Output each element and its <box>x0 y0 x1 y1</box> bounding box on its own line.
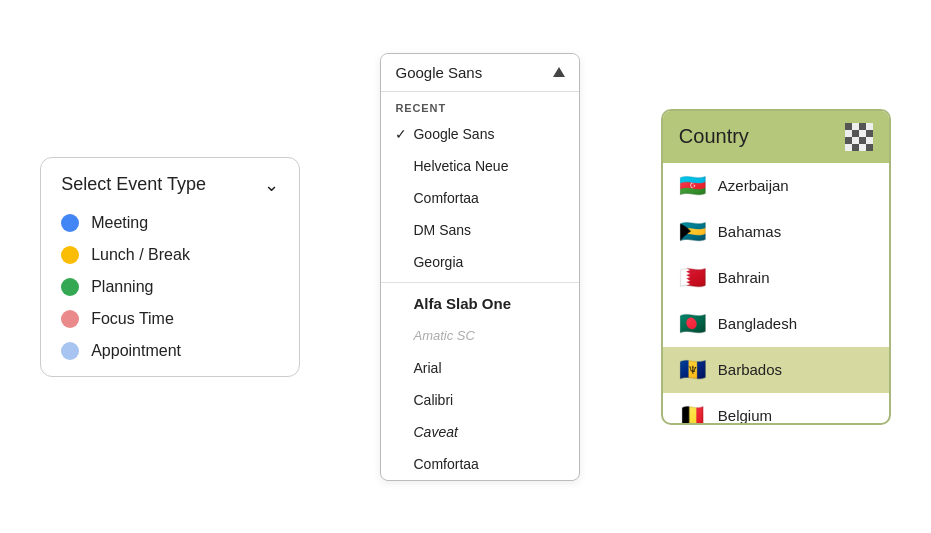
flag-icon: 🇧🇧 <box>679 357 706 383</box>
country-name: Barbados <box>718 361 782 378</box>
country-name: Bahamas <box>718 223 781 240</box>
font-item[interactable]: ✓ Calibri <box>381 384 579 416</box>
font-name: Comfortaa <box>413 456 478 472</box>
flag-icon: 🇧🇭 <box>679 265 706 291</box>
flag-icon: 🇦🇿 <box>679 173 706 199</box>
event-item[interactable]: Appointment <box>61 342 279 360</box>
event-label: Planning <box>91 278 153 296</box>
event-dot <box>61 214 79 232</box>
country-header: Country <box>663 111 889 163</box>
checkerboard-cell <box>852 144 859 151</box>
event-type-label: Select Event Type <box>61 174 206 195</box>
country-name: Belgium <box>718 407 772 423</box>
triangle-up-icon <box>553 67 565 77</box>
font-item[interactable]: ✓ Amatic SC <box>381 320 579 352</box>
checkerboard-cell <box>852 123 859 130</box>
country-title: Country <box>679 125 749 148</box>
country-name: Bangladesh <box>718 315 797 332</box>
checkerboard-cell <box>859 144 866 151</box>
country-item[interactable]: 🇧🇧 Barbados <box>663 347 889 393</box>
checkerboard-cell <box>859 137 866 144</box>
event-label: Meeting <box>91 214 148 232</box>
font-name: Google Sans <box>413 126 494 142</box>
font-item[interactable]: ✓ Comfortaa <box>381 182 579 214</box>
font-dropdown: Google Sans RECENT ✓ Google Sans ✓ Helve… <box>380 53 580 481</box>
checkerboard-cell <box>866 130 873 137</box>
country-name: Bahrain <box>718 269 770 286</box>
font-recent-label: RECENT <box>381 92 579 118</box>
country-widget: Country 🇦🇿 Azerbaijan 🇧🇸 Bahamas 🇧🇭 Bahr… <box>661 109 891 425</box>
font-item[interactable]: ✓ Arial <box>381 352 579 384</box>
font-name: Amatic SC <box>413 328 474 343</box>
checkerboard-icon <box>845 123 873 151</box>
event-item[interactable]: Planning <box>61 278 279 296</box>
font-item[interactable]: ✓ DM Sans <box>381 214 579 246</box>
font-list-divider <box>381 282 579 283</box>
checkerboard-cell <box>859 123 866 130</box>
font-name: Alfa Slab One <box>413 295 511 312</box>
font-name: Comfortaa <box>413 190 478 206</box>
checkerboard-cell <box>852 130 859 137</box>
event-dot <box>61 310 79 328</box>
font-name: Calibri <box>413 392 453 408</box>
font-name: Georgia <box>413 254 463 270</box>
checkerboard-cell <box>866 137 873 144</box>
country-name: Azerbaijan <box>718 177 789 194</box>
event-type-header[interactable]: Select Event Type ⌄ <box>61 174 279 196</box>
font-name: Arial <box>413 360 441 376</box>
event-label: Focus Time <box>91 310 174 328</box>
event-label: Lunch / Break <box>91 246 190 264</box>
font-name: DM Sans <box>413 222 471 238</box>
country-item[interactable]: 🇧🇩 Bangladesh <box>663 301 889 347</box>
checkerboard-cell <box>845 144 852 151</box>
flag-icon: 🇧🇩 <box>679 311 706 337</box>
font-name: Helvetica Neue <box>413 158 508 174</box>
event-dot <box>61 278 79 296</box>
font-dropdown-header[interactable]: Google Sans <box>381 54 579 92</box>
event-list: Meeting Lunch / Break Planning Focus Tim… <box>61 214 279 360</box>
font-item[interactable]: ✓ Alfa Slab One <box>381 287 579 320</box>
checkmark-icon: ✓ <box>395 126 407 142</box>
flag-icon: 🇧🇸 <box>679 219 706 245</box>
event-item[interactable]: Meeting <box>61 214 279 232</box>
event-item[interactable]: Focus Time <box>61 310 279 328</box>
font-name: Caveat <box>413 424 457 440</box>
font-item[interactable]: ✓ Georgia <box>381 246 579 278</box>
checkerboard-cell <box>866 123 873 130</box>
font-item[interactable]: ✓ Helvetica Neue <box>381 150 579 182</box>
chevron-down-icon: ⌄ <box>264 174 279 196</box>
event-label: Appointment <box>91 342 181 360</box>
checkerboard-cell <box>845 130 852 137</box>
checkerboard-cell <box>859 130 866 137</box>
country-item[interactable]: 🇧🇸 Bahamas <box>663 209 889 255</box>
event-item[interactable]: Lunch / Break <box>61 246 279 264</box>
font-item[interactable]: ✓ Comfortaa <box>381 448 579 480</box>
font-selected-label: Google Sans <box>395 64 482 81</box>
country-item[interactable]: 🇧🇭 Bahrain <box>663 255 889 301</box>
font-item[interactable]: ✓ Google Sans <box>381 118 579 150</box>
event-dot <box>61 246 79 264</box>
country-item[interactable]: 🇧🇪 Belgium <box>663 393 889 423</box>
country-item[interactable]: 🇦🇿 Azerbaijan <box>663 163 889 209</box>
checkerboard-cell <box>845 123 852 130</box>
font-list: ✓ Google Sans ✓ Helvetica Neue ✓ Comfort… <box>381 118 579 480</box>
event-dot <box>61 342 79 360</box>
country-list: 🇦🇿 Azerbaijan 🇧🇸 Bahamas 🇧🇭 Bahrain 🇧🇩 B… <box>663 163 889 423</box>
event-type-widget: Select Event Type ⌄ Meeting Lunch / Brea… <box>40 157 300 377</box>
font-item[interactable]: ✓ Caveat <box>381 416 579 448</box>
flag-icon: 🇧🇪 <box>679 403 706 423</box>
checkerboard-cell <box>852 137 859 144</box>
checkerboard-cell <box>866 144 873 151</box>
checkerboard-cell <box>845 137 852 144</box>
